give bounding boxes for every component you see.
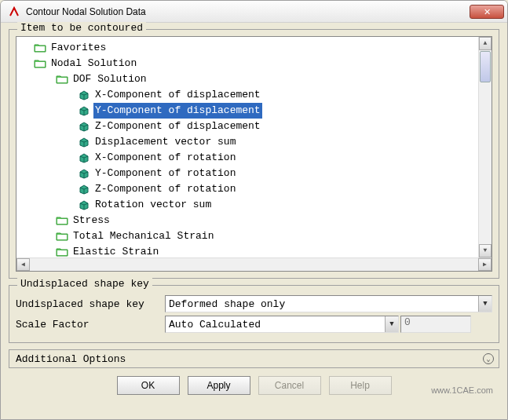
scroll-left-icon[interactable]: ◀ <box>16 258 30 271</box>
tree-item-label: Stress <box>71 213 111 228</box>
ok-button[interactable]: OK <box>117 376 180 395</box>
scroll-track-h[interactable] <box>30 258 478 271</box>
app-icon <box>9 5 21 18</box>
tree-item-label: Z-Component of displacement <box>93 119 262 134</box>
cancel-button[interactable]: Cancel <box>258 376 321 395</box>
vertical-scrollbar[interactable]: ▲ ▼ <box>478 37 492 257</box>
fieldset-item-contoured: Item to be contoured FavoritesNodal Solu… <box>9 29 499 279</box>
tree-item[interactable]: Nodal Solution <box>18 56 490 71</box>
shape-key-value: Deformed shape only <box>169 298 285 310</box>
folder-icon <box>56 231 68 242</box>
svg-rect-1 <box>35 62 45 67</box>
tree-item[interactable]: Total Mechanical Strain <box>18 228 490 244</box>
titlebar: Contour Nodal Solution Data ✕ <box>1 1 507 23</box>
fieldset-legend: Item to be contoured <box>17 22 146 34</box>
button-row: OK Apply Cancel Help www.1CAE.com <box>9 373 499 398</box>
cube-icon <box>78 199 90 210</box>
tree-item-label: X-Component of displacement <box>93 87 262 103</box>
cube-icon <box>78 105 90 116</box>
window-title: Contour Nodal Solution Data <box>26 6 470 17</box>
scale-factor-select[interactable]: Auto Calculated ▼ <box>165 316 399 333</box>
tree-item[interactable]: Stress <box>18 213 490 228</box>
tree-item[interactable]: Favorites <box>18 40 490 56</box>
tree-item-label: Rotation vector sum <box>93 197 213 213</box>
tree-item[interactable]: Rotation vector sum <box>18 197 490 213</box>
scroll-down-icon[interactable]: ▼ <box>479 244 492 257</box>
folder-icon <box>34 42 46 53</box>
chevron-down-icon: ▼ <box>385 316 398 332</box>
tree-item-label: Nodal Solution <box>49 56 138 71</box>
form-row-shape: Undisplaced shape key Deformed shape onl… <box>16 295 492 312</box>
scroll-thumb[interactable] <box>480 51 491 82</box>
tree-item-label: DOF Solution <box>71 71 148 87</box>
svg-rect-4 <box>57 235 67 239</box>
shape-key-select[interactable]: Deformed shape only ▼ <box>165 295 492 312</box>
tree-item-label: Y-Component of rotation <box>93 166 237 181</box>
fieldset-undisplaced-shape: Undisplaced shape key Undisplaced shape … <box>9 285 499 343</box>
tree-item[interactable]: Displacement vector sum <box>18 134 490 150</box>
scale-factor-value: Auto Calculated <box>169 319 261 331</box>
tree-item[interactable]: Y-Component of rotation <box>18 166 490 181</box>
watermark-text: www.1CAE.com <box>431 385 493 395</box>
cube-icon <box>78 184 90 195</box>
additional-options-bar[interactable]: Additional Options ⌄ <box>9 349 499 368</box>
horizontal-scrollbar[interactable]: ◀ ▶ <box>16 257 492 271</box>
scroll-track[interactable] <box>479 83 492 244</box>
tree-item[interactable]: X-Component of displacement <box>18 87 490 103</box>
shape-key-label: Undisplaced shape key <box>16 298 165 310</box>
svg-rect-2 <box>57 78 67 82</box>
expand-icon: ⌄ <box>483 353 494 364</box>
tree-item-label: Displacement vector sum <box>93 134 237 150</box>
scroll-up-icon[interactable]: ▲ <box>479 37 492 50</box>
tree-item[interactable]: Z-Component of displacement <box>18 119 490 134</box>
svg-rect-3 <box>57 219 67 224</box>
tree-item-label: X-Component of rotation <box>93 150 237 166</box>
form-row-scale: Scale Factor Auto Calculated ▼ 0 <box>16 316 492 333</box>
scale-factor-input[interactable]: 0 <box>400 316 471 333</box>
tree-item[interactable]: DOF Solution <box>18 71 490 87</box>
cube-icon <box>78 137 90 148</box>
tree-item-label: Favorites <box>49 40 108 56</box>
tree-item[interactable]: Z-Component of rotation <box>18 181 490 197</box>
svg-rect-5 <box>57 250 67 255</box>
tree-item-label: Total Mechanical Strain <box>71 228 215 244</box>
cube-icon <box>78 89 90 100</box>
fieldset-legend: Undisplaced shape key <box>17 278 152 290</box>
folder-icon <box>34 58 46 69</box>
dialog-body: Item to be contoured FavoritesNodal Solu… <box>1 23 507 404</box>
scroll-right-icon[interactable]: ▶ <box>478 258 492 271</box>
cube-icon <box>78 121 90 132</box>
close-button[interactable]: ✕ <box>470 5 504 19</box>
svg-rect-0 <box>35 46 45 51</box>
folder-icon <box>56 247 68 257</box>
chevron-down-icon: ▼ <box>478 296 492 312</box>
additional-options-label: Additional Options <box>16 353 126 365</box>
apply-button[interactable]: Apply <box>188 376 250 395</box>
scale-factor-label: Scale Factor <box>16 319 165 331</box>
folder-icon <box>56 215 68 226</box>
tree-container: FavoritesNodal SolutionDOF SolutionX-Com… <box>16 36 492 272</box>
help-button[interactable]: Help <box>329 376 392 395</box>
tree[interactable]: FavoritesNodal SolutionDOF SolutionX-Com… <box>18 40 490 260</box>
tree-item-label: Y-Component of displacement <box>93 103 262 119</box>
dialog-window: Contour Nodal Solution Data ✕ Item to be… <box>0 0 508 420</box>
tree-item-label: Z-Component of rotation <box>93 181 237 197</box>
cube-icon <box>78 168 90 179</box>
folder-icon <box>56 74 68 85</box>
tree-item[interactable]: Y-Component of displacement <box>18 103 490 119</box>
cube-icon <box>78 152 90 163</box>
tree-item[interactable]: X-Component of rotation <box>18 150 490 166</box>
